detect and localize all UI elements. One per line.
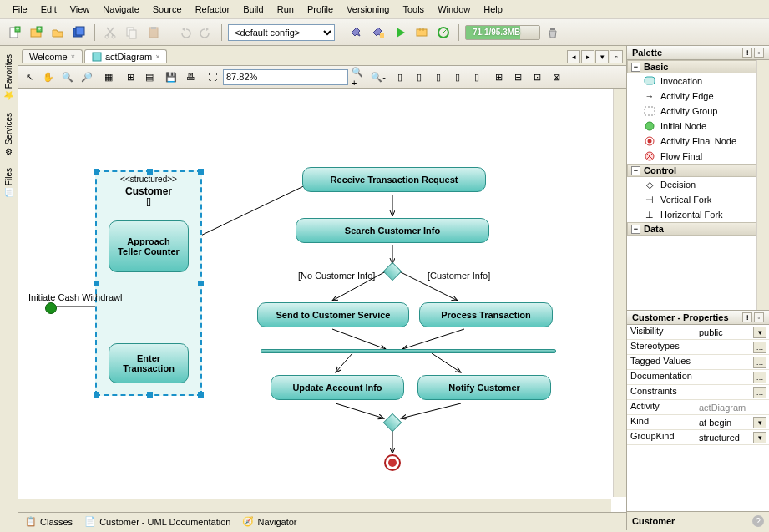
menu-build[interactable]: Build <box>237 3 269 16</box>
files-tab[interactable]: 📄 Files <box>3 165 15 201</box>
undo-icon[interactable] <box>175 23 194 42</box>
favorites-tab[interactable]: ⭐ Favorites <box>3 51 15 104</box>
node-process[interactable]: Process Transaction <box>419 302 553 327</box>
help-icon[interactable]: ? <box>752 515 764 527</box>
props-min-icon[interactable]: ▫ <box>754 312 764 322</box>
tab-actdiagram[interactable]: actDiagram× <box>84 49 168 63</box>
tab-documentation[interactable]: 📄 Customer - UML Documentation <box>84 516 230 527</box>
maximize-icon[interactable]: ▫ <box>610 50 623 63</box>
menu-help[interactable]: Help <box>478 3 508 16</box>
menu-source[interactable]: Source <box>147 3 188 16</box>
profile-icon[interactable] <box>434 23 453 42</box>
menu-tools[interactable]: Tools <box>397 3 430 16</box>
new-project-icon[interactable]: + <box>27 23 45 42</box>
node-notify[interactable]: Notify Customer <box>417 375 551 400</box>
zoom-area-icon[interactable]: 🔍 <box>59 68 76 85</box>
print-icon[interactable]: 🖶 <box>182 68 199 85</box>
menu-navigate[interactable]: Navigate <box>97 3 144 16</box>
tab-classes[interactable]: 📋 Classes <box>25 516 73 527</box>
ellipsis-icon[interactable]: … <box>753 387 766 398</box>
layout3-icon[interactable]: ⊡ <box>529 68 545 85</box>
ellipsis-icon[interactable]: … <box>753 342 766 353</box>
tab-welcome[interactable]: Welcome× <box>22 49 83 63</box>
fork-bar[interactable] <box>261 349 556 353</box>
palette-activity-group[interactable]: Activity Group <box>627 104 769 119</box>
zoom-input[interactable] <box>223 69 348 85</box>
palette-scrollbar[interactable] <box>756 60 769 310</box>
node-update[interactable]: Update Account Info <box>271 375 404 400</box>
palette-options-icon[interactable]: ⁞ <box>742 48 752 58</box>
overview-icon[interactable]: ▦ <box>100 68 117 85</box>
node-enter[interactable]: Enter Transaction <box>109 343 189 383</box>
config-select[interactable]: <default config> <box>228 24 335 41</box>
ellipsis-icon[interactable]: … <box>753 372 766 383</box>
menu-edit[interactable]: Edit <box>35 3 63 16</box>
palette-flow-final[interactable]: Flow Final <box>627 149 769 164</box>
scroll-right-icon[interactable]: ▸ <box>581 50 594 63</box>
pan-tool-icon[interactable]: ✋ <box>40 68 57 85</box>
build-icon[interactable] <box>347 23 366 42</box>
select-tool-icon[interactable]: ↖ <box>21 68 38 85</box>
fit-icon[interactable]: ⛶ <box>204 68 220 85</box>
heap-indicator[interactable]: 71.1/95.3MB <box>465 25 540 40</box>
ellipsis-icon[interactable]: … <box>753 357 766 368</box>
canvas-area[interactable]: <<structured>> Customer [] Initiate Cash… <box>18 89 626 512</box>
align1-icon[interactable]: ▯ <box>392 68 408 85</box>
merge-node[interactable] <box>383 413 402 433</box>
tab-navigator[interactable]: 🧭 Navigator <box>242 516 296 527</box>
horizontal-scrollbar[interactable] <box>18 499 611 512</box>
menu-refactor[interactable]: Refactor <box>190 3 236 16</box>
palette-final-node[interactable]: Activity Final Node <box>627 134 769 149</box>
align4-icon[interactable]: ▯ <box>449 68 466 85</box>
layout1-icon[interactable]: ⊞ <box>490 68 507 85</box>
scroll-left-icon[interactable]: ◂ <box>567 50 580 63</box>
node-send[interactable]: Send to Customer Service <box>257 302 409 327</box>
palette-initial-node[interactable]: Initial Node <box>627 119 769 134</box>
dropdown-icon[interactable]: ▾ <box>753 417 766 428</box>
tab-list-icon[interactable]: ▾ <box>595 50 609 63</box>
layout2-icon[interactable]: ⊟ <box>509 68 526 85</box>
layout4-icon[interactable]: ⊠ <box>548 68 564 85</box>
menu-profile[interactable]: Profile <box>301 3 339 16</box>
node-approach[interactable]: Approach Teller Counter <box>109 220 189 272</box>
menu-window[interactable]: Window <box>432 3 476 16</box>
zoom-in-icon[interactable]: 🔍+ <box>351 68 367 85</box>
gc-icon[interactable] <box>544 23 562 42</box>
final-node[interactable] <box>384 454 401 471</box>
node-search[interactable]: Search Customer Info <box>296 218 489 243</box>
node-receive[interactable]: Receive Transaction Request <box>302 167 486 192</box>
grid-icon[interactable]: ▤ <box>141 68 158 85</box>
props-options-icon[interactable]: ⁞ <box>742 312 752 322</box>
zoom-interactive-icon[interactable]: 🔎 <box>78 68 95 85</box>
palette-hfork[interactable]: ⊥Horizontal Fork <box>627 207 769 222</box>
save-all-icon[interactable] <box>70 23 89 42</box>
align3-icon[interactable]: ▯ <box>430 68 447 85</box>
vertical-scrollbar[interactable] <box>613 89 626 497</box>
palette-min-icon[interactable]: ▫ <box>754 48 764 58</box>
copy-icon[interactable] <box>123 23 141 42</box>
menu-view[interactable]: View <box>64 3 96 16</box>
palette-activity-edge[interactable]: →Activity Edge <box>627 89 769 104</box>
close-icon[interactable]: × <box>71 53 75 61</box>
palette-decision[interactable]: ◇Decision <box>627 177 769 192</box>
menu-file[interactable]: File <box>7 3 33 16</box>
cut-icon[interactable] <box>101 23 119 42</box>
snap-icon[interactable]: ⊞ <box>122 68 139 85</box>
run-icon[interactable] <box>391 23 409 42</box>
debug-icon[interactable] <box>412 23 431 42</box>
group-data[interactable]: −Data <box>627 222 769 236</box>
dropdown-icon[interactable]: ▾ <box>753 432 766 443</box>
decision-node[interactable] <box>383 262 402 281</box>
align5-icon[interactable]: ▯ <box>468 68 485 85</box>
palette-vfork[interactable]: ⊣Vertical Fork <box>627 192 769 207</box>
palette-invocation[interactable]: Invocation <box>627 73 769 89</box>
menu-versioning[interactable]: Versioning <box>341 3 395 16</box>
paste-icon[interactable] <box>144 23 163 42</box>
dropdown-icon[interactable]: ▾ <box>753 327 766 338</box>
open-icon[interactable] <box>48 23 67 42</box>
menu-run[interactable]: Run <box>271 3 300 16</box>
close-icon[interactable]: × <box>155 53 159 61</box>
group-control[interactable]: −Control <box>627 164 769 177</box>
align2-icon[interactable]: ▯ <box>411 68 428 85</box>
services-tab[interactable]: ⚙ Services <box>3 109 15 160</box>
